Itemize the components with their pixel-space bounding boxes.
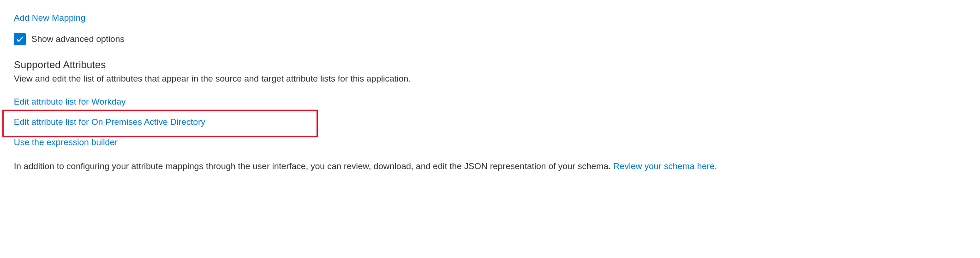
- edit-onprem-ad-link[interactable]: Edit attribute list for On Premises Acti…: [14, 117, 205, 127]
- show-advanced-checkbox[interactable]: [14, 33, 26, 45]
- supported-attributes-description: View and edit the list of attributes tha…: [14, 74, 966, 84]
- json-info-text: In addition to configuring your attribut…: [14, 161, 613, 171]
- show-advanced-label: Show advanced options: [31, 34, 125, 44]
- attribute-mapping-panel: Add New Mapping Show advanced options Su…: [0, 0, 980, 173]
- supported-attributes-title: Supported Attributes: [14, 59, 966, 71]
- show-advanced-row: Show advanced options: [14, 33, 966, 45]
- review-schema-link[interactable]: Review your schema here.: [613, 160, 717, 173]
- add-new-mapping-link[interactable]: Add New Mapping: [14, 13, 85, 23]
- edit-workday-link[interactable]: Edit attribute list for Workday: [14, 97, 126, 107]
- checkmark-icon: [16, 35, 24, 43]
- json-schema-paragraph: In addition to configuring your attribut…: [14, 160, 966, 173]
- expression-builder-link[interactable]: Use the expression builder: [14, 137, 118, 147]
